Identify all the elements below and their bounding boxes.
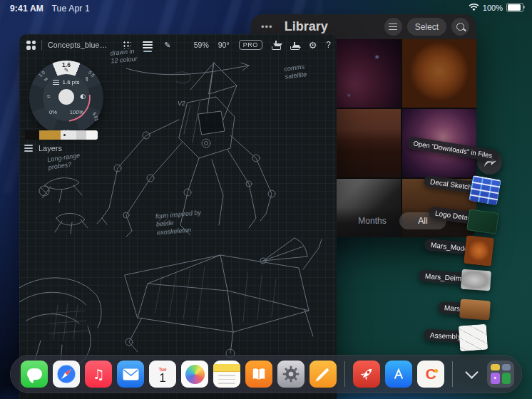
window-menu-dots[interactable]: ••• [261,21,273,32]
swatch-lightgray[interactable] [61,130,76,140]
drag-label-assembly[interactable]: Assembly [424,328,468,343]
toolbar-right: 59% 90° PRO ⚙ ? [194,34,331,56]
mail-app-icon[interactable] [117,361,144,388]
swatch-white[interactable] [86,130,98,140]
photo-horsehead-nebula[interactable] [327,39,401,108]
pen-icon [317,368,329,380]
rocket-app-icon[interactable] [353,361,380,388]
wifi-icon [469,4,479,11]
open-book-icon [250,366,267,382]
calendar-app-icon[interactable]: Tue 1 [149,361,176,388]
opacity-min: 0% [49,109,57,115]
app-library-icon[interactable]: ✦ [487,361,514,388]
pen-mode-icon[interactable]: ✎ [164,41,170,50]
smoothing-icon[interactable]: ≈ [47,93,50,100]
swatch-black[interactable] [25,130,39,140]
select-button[interactable]: Select [407,18,446,36]
concepts-app-icon[interactable]: C [417,361,444,388]
drag-thumb-mars-deimos[interactable] [461,269,491,291]
books-app-icon[interactable] [245,361,272,388]
drag-label-mars-model[interactable]: Mars_Model [424,238,476,256]
photo-mars-globe[interactable] [402,39,476,108]
concepts-dot [434,369,438,373]
settings-app-icon[interactable] [277,361,305,388]
layers-label: Layers [39,144,62,152]
dock: ♫ Tue 1 [10,355,522,393]
messages-app-icon[interactable] [21,361,48,388]
mini-app-purple: ✦ [491,373,500,385]
envelope-icon [123,368,139,380]
photo-orion-nebula[interactable] [402,109,476,177]
concepts-app-window: drawn in 12 colour comms satellite V2 Lo… [19,34,337,399]
zoom-level[interactable]: 59% [194,41,209,49]
photo-mars-desert[interactable] [327,109,401,177]
share-arrow-badge[interactable] [477,150,502,175]
drag-thumb-assembly[interactable] [459,324,488,352]
safari-app-icon[interactable] [53,361,80,388]
stroke-width-row: 1.6 pts [43,79,90,86]
rotation-value[interactable]: 90° [218,41,230,49]
wheel-center-button[interactable] [58,89,74,105]
tab-months[interactable]: Months [351,216,394,226]
status-indicators: 100% [469,3,523,12]
status-date: Tue Apr 1 [52,4,90,14]
swatch-gray[interactable] [76,130,86,140]
drag-label-mars-deimos[interactable]: Mars_Deimos [419,269,476,286]
mini-app-yellow [491,364,500,370]
status-time-date: 9:41 AM Tue Apr 1 [10,4,90,14]
gallery-icon[interactable] [26,41,36,50]
swatch-gold[interactable] [39,130,61,140]
export-icon[interactable] [290,41,300,50]
chat-bubble-icon [27,368,42,380]
drag-thumb-mars[interactable] [459,299,491,321]
tool-wheel[interactable]: 1.6 ✎ 1.0 5.5 5.91 6.0 ≈ ✎ 1.6 pts ≈ ◐ 0… [29,61,103,135]
filter-icon [389,24,397,31]
app-store-a-icon [389,365,408,383]
search-button[interactable] [451,18,469,36]
dock-divider [344,361,345,387]
forward-arrow-icon [483,156,497,169]
app-store-app-icon[interactable] [385,361,412,388]
status-time: 9:41 AM [10,4,44,14]
rocket-icon [357,364,377,384]
active-tool-lines-icon[interactable] [143,41,153,48]
drag-label-mars[interactable]: Mars [437,301,466,316]
opacity-max: 100% [70,109,83,115]
photos-app-icon[interactable] [181,361,208,388]
grid-settings-icon[interactable] [123,41,131,49]
battery-icon [506,3,523,12]
battery-percent: 100% [483,4,503,12]
dock-collapse-button[interactable] [461,361,482,388]
notes-yellow-strip [213,364,240,372]
settings-gear-icon[interactable]: ⚙ [309,41,317,50]
opacity-icon[interactable]: ◐ [80,93,86,100]
music-app-icon[interactable]: ♫ [85,361,112,388]
stroke-width-value: 1.6 pts [62,79,79,86]
pro-badge[interactable]: PRO [239,40,262,50]
color-palette-strip[interactable] [25,130,98,140]
wheel-inner-disc[interactable]: 1.6 pts ≈ ◐ 0% 100% [43,74,90,121]
concepts-c-icon: C [425,366,436,381]
layers-icon [24,145,33,152]
gear-icon [280,363,302,385]
dock-divider-2 [452,361,453,387]
document-title[interactable]: Concepts_blue… [48,41,107,49]
mini-app-gray [502,364,511,370]
help-button[interactable]: ? [326,40,331,50]
layers-button[interactable]: Layers [24,144,62,152]
drag-thumb-mars-model[interactable] [464,235,494,266]
library-actions: Select [384,18,469,36]
music-note-icon: ♫ [92,366,104,382]
toolbar-divider [41,40,42,50]
tab-all[interactable]: All [399,212,446,229]
mini-app-green [502,373,511,385]
note-v2: V2 [178,100,185,108]
import-icon[interactable] [272,41,281,50]
ipad-screen: 9:41 AM Tue Apr 1 100% Months [0,0,532,399]
pages-app-icon[interactable] [310,361,337,388]
concepts-toolbar: Concepts_blue… ✎ 59% 90° PRO ⚙ ? [19,34,337,56]
filter-button[interactable] [384,18,402,36]
note-satellite: comms satellite [284,63,307,81]
notes-app-icon[interactable] [213,361,240,388]
app-library-grid: ✦ [491,364,511,384]
